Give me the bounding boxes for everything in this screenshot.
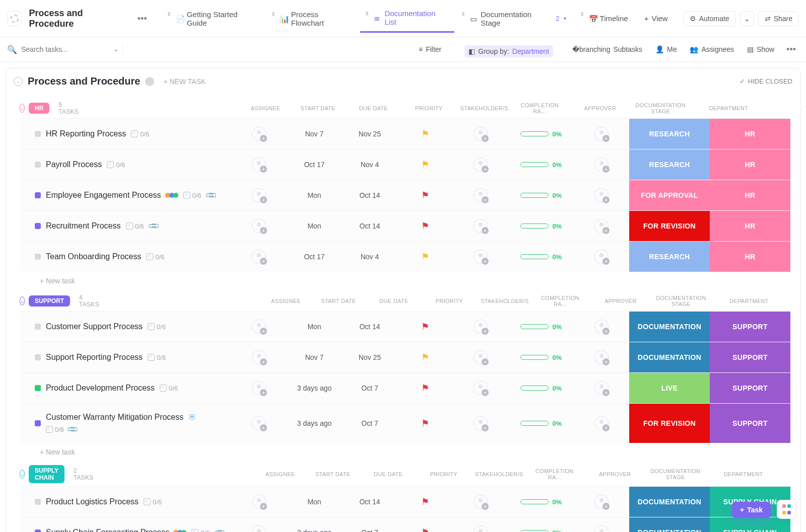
department-cell[interactable]: HR xyxy=(710,149,790,180)
chevron-down-icon[interactable]: ⌄ xyxy=(113,46,118,53)
start-date-cell[interactable]: Mon xyxy=(287,323,342,331)
completion-cell[interactable]: 0% xyxy=(508,385,574,392)
stakeholder-cell[interactable] xyxy=(453,127,508,141)
stage-cell[interactable]: RESEARCH xyxy=(629,242,710,272)
group-pill[interactable]: SUPPORT xyxy=(29,295,70,307)
status-square[interactable] xyxy=(35,254,41,260)
completion-cell[interactable]: 0% xyxy=(508,253,574,261)
task-row[interactable]: Recruitment Process0/6📎 Mon Oct 14 ⚑ 0% … xyxy=(20,210,790,241)
new-task-floating-button[interactable]: +Task xyxy=(732,502,771,518)
start-date-cell[interactable]: Mon xyxy=(287,191,342,199)
due-date-cell[interactable]: Oct 14 xyxy=(342,191,397,199)
stakeholder-placeholder-icon[interactable] xyxy=(474,219,488,233)
department-cell[interactable]: SUPPLY CHAIN xyxy=(710,517,790,532)
priority-cell[interactable]: ⚑ xyxy=(397,321,453,332)
tab-documentation-list[interactable]: ⊼≣Documentation List xyxy=(360,4,454,33)
stage-cell[interactable]: LIVE xyxy=(629,373,710,403)
approver-cell[interactable] xyxy=(574,495,629,509)
stakeholder-placeholder-icon[interactable] xyxy=(474,250,488,264)
start-date-cell[interactable]: 3 days ago xyxy=(287,384,342,392)
assignee-cell[interactable] xyxy=(231,250,287,264)
start-date-cell[interactable]: Nov 7 xyxy=(287,130,342,138)
stakeholder-cell[interactable] xyxy=(453,320,508,334)
approver-placeholder-icon[interactable] xyxy=(594,219,609,233)
status-square[interactable] xyxy=(35,385,41,391)
department-cell[interactable]: HR xyxy=(710,180,790,210)
priority-cell[interactable]: ⚑ xyxy=(397,383,453,394)
subtask-count[interactable]: 0/6 xyxy=(191,529,210,533)
status-square[interactable] xyxy=(35,354,41,360)
due-date-cell[interactable]: Oct 14 xyxy=(342,323,397,331)
approver-placeholder-icon[interactable] xyxy=(594,525,609,532)
new-task-link[interactable]: + NEW TASK xyxy=(163,78,206,86)
search-box[interactable]: 🔍 ⌄ xyxy=(7,45,123,54)
assignee-placeholder-icon[interactable] xyxy=(252,495,266,509)
subtask-count[interactable]: 0/6 xyxy=(126,222,144,230)
share-button[interactable]: ⇄Share xyxy=(758,11,799,26)
completion-cell[interactable]: 0% xyxy=(508,192,574,199)
assignee-cell[interactable] xyxy=(231,127,287,141)
apps-grid-button[interactable] xyxy=(777,500,796,519)
subtask-count[interactable]: 0/6 xyxy=(146,253,164,261)
subtask-count[interactable]: 0/6 xyxy=(148,354,166,361)
tab-timeline[interactable]: ⊼📅Timeline xyxy=(575,9,635,28)
start-date-cell[interactable]: 3 days ago xyxy=(287,419,342,427)
stage-cell[interactable]: RESEARCH xyxy=(629,149,710,180)
hide-closed-button[interactable]: ✓HIDE CLOSED xyxy=(740,78,792,85)
approver-cell[interactable] xyxy=(574,219,629,233)
task-row[interactable]: HR Reporting Process0/6 Nov 7 Nov 25 ⚑ 0… xyxy=(20,118,790,149)
approver-placeholder-icon[interactable] xyxy=(594,188,609,202)
start-date-cell[interactable]: Mon xyxy=(287,222,342,230)
stakeholder-placeholder-icon[interactable] xyxy=(474,127,488,141)
assignee-placeholder-icon[interactable] xyxy=(252,320,266,334)
start-date-cell[interactable]: Nov 7 xyxy=(287,353,342,361)
stakeholder-cell[interactable] xyxy=(453,525,508,532)
collapse-icon[interactable]: ⌄ xyxy=(20,470,25,479)
subtask-count[interactable]: 0/6 xyxy=(46,426,64,433)
tab-view[interactable]: +View xyxy=(637,9,675,28)
priority-cell[interactable]: ⚑ xyxy=(397,527,453,532)
stakeholder-cell[interactable] xyxy=(453,219,508,233)
stakeholder-placeholder-icon[interactable] xyxy=(474,158,488,172)
status-square[interactable] xyxy=(35,499,41,505)
assignee-placeholder-icon[interactable] xyxy=(252,127,266,141)
due-date-cell[interactable]: Oct 14 xyxy=(342,498,397,506)
subtask-count[interactable]: 0/6 xyxy=(183,192,202,199)
completion-cell[interactable]: 0% xyxy=(508,420,574,427)
status-square[interactable] xyxy=(35,162,41,168)
assignee-placeholder-icon[interactable] xyxy=(252,219,266,233)
stakeholder-cell[interactable] xyxy=(453,495,508,509)
stakeholder-cell[interactable] xyxy=(453,350,508,364)
assignee-placeholder-icon[interactable] xyxy=(252,416,266,430)
priority-cell[interactable]: ⚑ xyxy=(397,496,453,507)
approver-cell[interactable] xyxy=(574,350,629,364)
stakeholder-cell[interactable] xyxy=(453,381,508,395)
department-cell[interactable]: SUPPORT xyxy=(710,342,790,372)
department-cell[interactable]: SUPPORT xyxy=(710,312,790,342)
automate-button[interactable]: ⚙Automate xyxy=(683,11,736,26)
department-cell[interactable]: HR xyxy=(710,211,790,241)
due-date-cell[interactable]: Oct 7 xyxy=(342,419,397,427)
status-square[interactable] xyxy=(35,223,41,229)
task-row[interactable]: Support Reporting Process0/6 Nov 7 Nov 2… xyxy=(20,342,790,372)
approver-placeholder-icon[interactable] xyxy=(594,320,609,334)
stakeholder-cell[interactable] xyxy=(453,188,508,202)
priority-cell[interactable]: ⚑ xyxy=(397,352,453,363)
assignee-cell[interactable] xyxy=(231,320,287,334)
assignee-placeholder-icon[interactable] xyxy=(252,188,266,202)
me-button[interactable]: 👤Me xyxy=(651,43,681,55)
stage-cell[interactable]: DOCUMENTATION xyxy=(629,487,710,517)
approver-placeholder-icon[interactable] xyxy=(594,127,609,141)
task-row[interactable]: Employee Engagement Process0/6📎 Mon Oct … xyxy=(20,180,790,210)
assignee-placeholder-icon[interactable] xyxy=(252,381,266,395)
new-task-row[interactable]: + New task xyxy=(20,443,790,458)
stakeholder-cell[interactable] xyxy=(453,416,508,430)
assignee-cell[interactable] xyxy=(231,219,287,233)
assignee-cell[interactable] xyxy=(231,495,287,509)
stakeholder-placeholder-icon[interactable] xyxy=(474,320,488,334)
attachment-icon[interactable]: 📎 xyxy=(205,189,218,202)
approver-placeholder-icon[interactable] xyxy=(594,416,609,430)
logo-box[interactable] xyxy=(7,11,22,26)
due-date-cell[interactable]: Oct 7 xyxy=(342,384,397,392)
subtask-count[interactable]: 0/6 xyxy=(107,161,125,169)
